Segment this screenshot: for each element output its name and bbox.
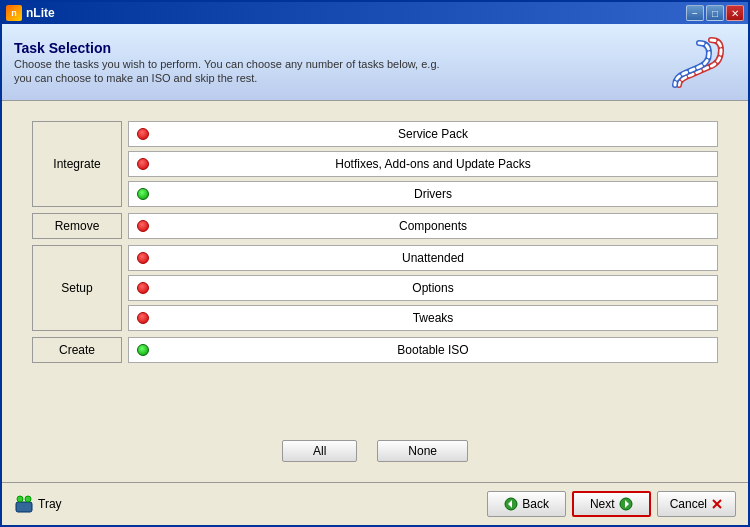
- svg-rect-0: [16, 502, 32, 512]
- status-dot-hotfixes: [137, 158, 149, 170]
- task-label-bootable-iso: Bootable ISO: [157, 343, 709, 357]
- task-label-unattended: Unattended: [157, 251, 709, 265]
- group-items-create: Bootable ISO: [122, 337, 718, 363]
- window-title: nLite: [26, 6, 55, 20]
- task-unattended[interactable]: Unattended: [128, 245, 718, 271]
- cancel-button[interactable]: Cancel: [657, 491, 736, 517]
- header-text: Task Selection Choose the tasks you wish…: [14, 40, 440, 84]
- minimize-button[interactable]: −: [686, 5, 704, 21]
- all-button[interactable]: All: [282, 440, 357, 462]
- group-integrate: Integrate Service Pack Hotfixes, Add-ons…: [32, 121, 718, 207]
- status-dot-components: [137, 220, 149, 232]
- tray-label: Tray: [38, 497, 62, 511]
- next-icon: [619, 497, 633, 511]
- header-desc-2: you can choose to make an ISO and skip t…: [14, 72, 440, 84]
- task-hotfixes[interactable]: Hotfixes, Add-ons and Update Packs: [128, 151, 718, 177]
- main-window: n nLite − □ ✕ Task Selection Choose the …: [0, 0, 750, 527]
- group-remove: Remove Components: [32, 213, 718, 239]
- close-button[interactable]: ✕: [726, 5, 744, 21]
- group-label-create: Create: [32, 337, 122, 363]
- status-dot-bootable-iso: [137, 344, 149, 356]
- group-create: Create Bootable ISO: [32, 337, 718, 363]
- task-label-tweaks: Tweaks: [157, 311, 709, 325]
- group-items-remove: Components: [122, 213, 718, 239]
- group-label-remove: Remove: [32, 213, 122, 239]
- task-service-pack[interactable]: Service Pack: [128, 121, 718, 147]
- tray-area: Tray: [14, 494, 62, 514]
- task-label-options: Options: [157, 281, 709, 295]
- svg-point-2: [25, 496, 31, 502]
- task-label-service-pack: Service Pack: [157, 127, 709, 141]
- task-tweaks[interactable]: Tweaks: [128, 305, 718, 331]
- task-options[interactable]: Options: [128, 275, 718, 301]
- page-title: Task Selection: [14, 40, 440, 56]
- none-button[interactable]: None: [377, 440, 468, 462]
- status-dot-service-pack: [137, 128, 149, 140]
- header-desc-1: Choose the tasks you wish to perform. Yo…: [14, 58, 440, 70]
- footer-nav-buttons: Back Next Cancel: [487, 491, 736, 517]
- next-button[interactable]: Next: [572, 491, 651, 517]
- task-label-hotfixes: Hotfixes, Add-ons and Update Packs: [157, 157, 709, 171]
- group-items-integrate: Service Pack Hotfixes, Add-ons and Updat…: [122, 121, 718, 207]
- nlite-logo-svg: [661, 35, 731, 90]
- back-icon: [504, 497, 518, 511]
- bottom-buttons: All None: [32, 440, 718, 462]
- back-label: Back: [522, 497, 549, 511]
- task-bootable-iso[interactable]: Bootable ISO: [128, 337, 718, 363]
- title-bar-left: n nLite: [6, 5, 55, 21]
- next-label: Next: [590, 497, 615, 511]
- maximize-button[interactable]: □: [706, 5, 724, 21]
- cancel-icon: [711, 498, 723, 510]
- group-label-integrate: Integrate: [32, 121, 122, 207]
- footer: Tray Back Next Cancel: [2, 482, 748, 525]
- content-area: Integrate Service Pack Hotfixes, Add-ons…: [2, 101, 748, 482]
- task-drivers[interactable]: Drivers: [128, 181, 718, 207]
- group-setup: Setup Unattended Options Tweaks: [32, 245, 718, 331]
- tasks-container: Integrate Service Pack Hotfixes, Add-ons…: [32, 121, 718, 426]
- group-label-setup: Setup: [32, 245, 122, 331]
- status-dot-drivers: [137, 188, 149, 200]
- task-label-drivers: Drivers: [157, 187, 709, 201]
- task-components[interactable]: Components: [128, 213, 718, 239]
- cancel-label: Cancel: [670, 497, 707, 511]
- app-icon: n: [6, 5, 22, 21]
- header-bar: Task Selection Choose the tasks you wish…: [2, 24, 748, 101]
- tray-icon: [14, 494, 34, 514]
- svg-point-1: [17, 496, 23, 502]
- group-items-setup: Unattended Options Tweaks: [122, 245, 718, 331]
- title-controls: − □ ✕: [686, 5, 744, 21]
- status-dot-unattended: [137, 252, 149, 264]
- back-button[interactable]: Back: [487, 491, 566, 517]
- status-dot-tweaks: [137, 312, 149, 324]
- task-label-components: Components: [157, 219, 709, 233]
- status-dot-options: [137, 282, 149, 294]
- header-logo: [656, 32, 736, 92]
- title-bar: n nLite − □ ✕: [2, 2, 748, 24]
